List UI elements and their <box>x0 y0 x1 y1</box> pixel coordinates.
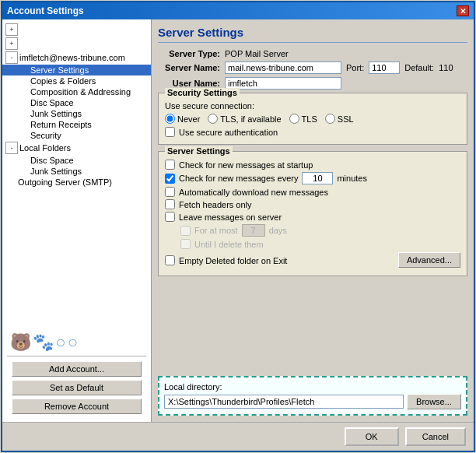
auto-download-checkbox[interactable] <box>165 187 175 197</box>
server-name-row: Server Name: Port: Default: 110 <box>158 61 467 74</box>
title-bar: Account Settings ✕ <box>2 2 474 19</box>
radio-ssl-label: SSL <box>338 114 354 124</box>
tree-item-label: Junk Settings <box>30 109 82 118</box>
left-panel: + + - imfletch@news-tribune.com Server S… <box>2 19 152 422</box>
browse-button[interactable]: Browse... <box>407 394 461 409</box>
fetch-headers-label: Fetch headers only <box>179 200 252 209</box>
sidebar-item-junk-settings2[interactable]: Junk Settings <box>2 166 151 177</box>
tree-item-label: Server Settings <box>30 65 89 75</box>
tree-item-label: Composition & Addressing <box>30 87 131 97</box>
tree-item-label: Disc Space <box>30 98 74 107</box>
fetch-headers-checkbox[interactable] <box>165 199 175 209</box>
radio-ssl[interactable]: SSL <box>325 114 354 124</box>
radio-tls-avail[interactable]: TLS, if available <box>208 114 281 124</box>
check-startup-checkbox[interactable] <box>165 160 175 170</box>
local-dir-row: Browse... <box>164 394 461 409</box>
add-account-button[interactable]: Add Account... <box>12 361 142 377</box>
radio-never-input[interactable] <box>165 114 175 124</box>
server-type-value: POP Mail Server <box>225 49 289 58</box>
close-button[interactable]: ✕ <box>457 5 469 16</box>
tree-item-local-folders[interactable]: - Local Folders <box>2 141 151 155</box>
use-secure-label: Use secure connection: <box>165 101 460 111</box>
check-every-checkbox[interactable] <box>165 174 175 184</box>
auth-checkbox[interactable] <box>165 127 175 137</box>
window-footer: OK Cancel <box>2 422 474 451</box>
check-interval-input[interactable] <box>302 172 333 184</box>
remove-account-button[interactable]: Remove Account <box>12 399 142 414</box>
account-settings-window: Account Settings ✕ + + - imfletch@new <box>1 1 475 452</box>
tree-item-label: imfletch@news-tribune.com <box>19 53 125 62</box>
port-input[interactable] <box>369 61 400 74</box>
port-label: Port: <box>346 63 364 72</box>
left-bottom-buttons: Add Account... Set as Default Remove Acc… <box>7 356 146 419</box>
check-every-row: Check for new messages every minutes <box>165 172 460 184</box>
sidebar-item-outgoing-smtp[interactable]: Outgoing Server (SMTP) <box>2 177 151 188</box>
leave-messages-checkbox[interactable] <box>165 212 175 222</box>
leave-messages-label: Leave messages on server <box>179 212 282 222</box>
tree-item-label: Outgoing Server (SMTP) <box>18 177 112 187</box>
radio-never[interactable]: Never <box>165 114 200 124</box>
set-default-button[interactable]: Set as Default <box>12 380 142 395</box>
default-value: 110 <box>439 63 453 72</box>
until-delete-label: Until I delete them <box>194 240 264 249</box>
sidebar-item-disc-space[interactable]: Disc Space <box>2 97 151 108</box>
decorative-art: 🐻 🐾 ○ ○ <box>7 309 146 356</box>
sidebar-item-return-receipts[interactable]: Return Receipts <box>2 119 151 130</box>
auto-download-label: Automatically download new messages <box>179 188 328 197</box>
for-at-most-label: For at most <box>194 226 238 235</box>
section-title: Server Settings <box>158 26 467 43</box>
security-group-title: Security Settings <box>165 88 240 97</box>
account-tree: + + - imfletch@news-tribune.com Server S… <box>2 19 151 306</box>
sidebar-item-disc-space2[interactable]: Disc Space <box>2 155 151 166</box>
for-at-most-checkbox <box>180 226 191 236</box>
tree-item-imfletch[interactable]: - imfletch@news-tribune.com <box>2 51 151 65</box>
server-type-row: Server Type: POP Mail Server <box>158 49 467 58</box>
tree-item-expand2[interactable]: + <box>2 37 151 51</box>
ok-button[interactable]: OK <box>345 427 399 446</box>
check-every-label: Check for new messages every <box>179 174 298 183</box>
radio-never-label: Never <box>177 114 200 124</box>
sidebar-item-server-settings[interactable]: Server Settings <box>2 65 151 76</box>
check-startup-label: Check for new messages at startup <box>179 160 313 170</box>
fetch-headers-row: Fetch headers only <box>165 199 460 209</box>
cancel-button[interactable]: Cancel <box>405 427 466 446</box>
expander-icon[interactable]: - <box>5 142 18 154</box>
at-most-unit: days <box>269 226 287 235</box>
radio-tls[interactable]: TLS <box>289 114 317 124</box>
window-body: + + - imfletch@news-tribune.com Server S… <box>2 19 474 422</box>
at-most-input <box>242 224 265 237</box>
radio-tls-input[interactable] <box>289 114 299 124</box>
sidebar-item-copies-folders[interactable]: Copies & Folders <box>2 76 151 86</box>
username-label: User Name: <box>158 79 220 88</box>
sidebar-item-composition[interactable]: Composition & Addressing <box>2 86 151 97</box>
expander-icon[interactable]: + <box>5 37 18 50</box>
server-type-label: Server Type: <box>158 49 220 58</box>
server-settings-group-title: Server Settings <box>165 146 233 156</box>
sidebar-item-junk-settings[interactable]: Junk Settings <box>2 108 151 119</box>
tree-item-label: Return Receipts <box>30 120 92 129</box>
username-input[interactable] <box>225 77 341 90</box>
leave-messages-row: Leave messages on server <box>165 212 460 222</box>
radio-tls-avail-label: TLS, if available <box>220 114 281 124</box>
empty-deleted-label: Empty Deleted folder on Exit <box>179 256 287 265</box>
local-dir-input[interactable] <box>164 395 404 409</box>
server-name-input[interactable] <box>225 61 341 74</box>
tree-item-expand1[interactable]: + <box>2 23 151 37</box>
sidebar-item-security[interactable]: Security <box>2 130 151 141</box>
radio-ssl-input[interactable] <box>325 114 335 124</box>
tree-item-label: Security <box>30 131 61 140</box>
auth-label: Use secure authentication <box>179 128 278 137</box>
empty-deleted-checkbox-row: Empty Deleted folder on Exit <box>165 255 287 265</box>
default-label: Default: <box>404 63 434 72</box>
local-directory-section: Local directory: Browse... <box>158 376 467 416</box>
auto-download-row: Automatically download new messages <box>165 187 460 197</box>
until-delete-row: Until I delete them <box>165 239 460 249</box>
security-settings-group: Security Settings Use secure connection:… <box>158 93 467 145</box>
tree-item-label: Disc Space <box>30 156 74 165</box>
empty-deleted-checkbox[interactable] <box>165 255 175 265</box>
expander-icon[interactable]: + <box>5 23 18 36</box>
radio-tls-avail-input[interactable] <box>208 114 218 124</box>
auth-checkbox-row: Use secure authentication <box>165 127 460 137</box>
advanced-button[interactable]: Advanced... <box>398 252 460 268</box>
expander-icon[interactable]: - <box>5 51 18 64</box>
